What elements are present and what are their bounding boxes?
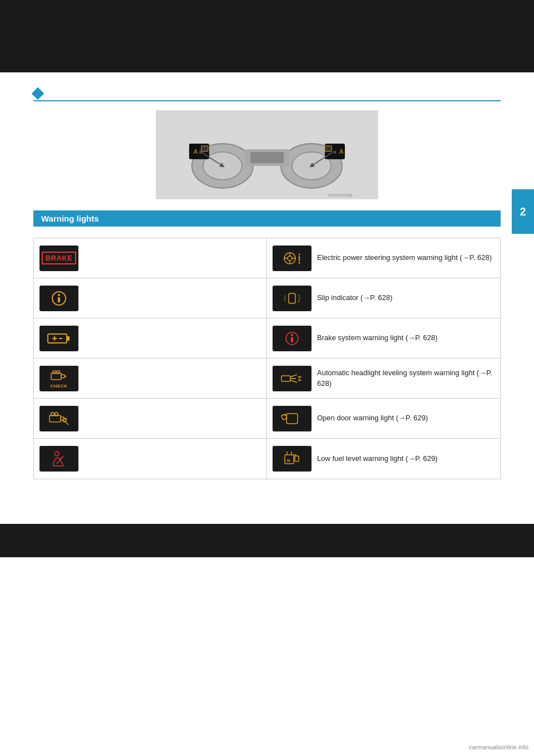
eps-icon [281,250,303,267]
svg-rect-27 [61,375,65,378]
svg-rect-10 [325,146,332,151]
door-icon [281,410,303,427]
dashboard-svg: A II II A IN2IE5C09b [156,110,378,199]
check-wrap: CHECK [49,369,69,389]
warning-row-eps: Electric power steering system warning l… [267,238,500,278]
svg-rect-53 [291,337,293,342]
svg-text:IN2IE5C09b: IN2IE5C09b [328,193,353,198]
circle-i-icon-box [39,286,78,311]
left-col: BRAKE [34,238,267,479]
svg-line-39 [57,456,63,464]
fuel-text: Low fuel level warning light (→P. 629) [317,454,438,464]
engine-icon-box [39,406,78,431]
warning-grid: BRAKE [33,238,501,479]
svg-rect-61 [286,414,298,424]
svg-point-42 [288,256,292,261]
door-icon-box [273,406,312,431]
engine-icon [48,411,70,426]
top-bar [0,0,534,72]
diamond-icon [32,87,44,100]
warning-row-slip: Slip indicator (→P. 628) [267,278,500,318]
check-label: CHECK [51,384,68,389]
person-icon [49,450,69,467]
right-col: Electric power steering system warning l… [267,238,500,479]
check-icon-box: CHECK [39,366,78,391]
svg-line-56 [290,375,297,377]
svg-rect-28 [53,371,56,374]
door-text: Open door warning light (→P. 629) [317,413,428,424]
svg-rect-50 [289,293,295,303]
content-area: A II II A IN2IE5C09b Warning lights [0,72,534,502]
circle-i-icon [49,290,69,307]
warning-lights-label: Warning lights [41,214,99,223]
svg-point-49 [299,262,300,263]
svg-text:A: A [194,148,198,155]
warning-row-headlight: Automatic headlight leveling system warn… [267,359,500,399]
slip-icon [281,290,303,307]
svg-rect-67 [295,456,299,462]
svg-rect-26 [51,373,61,380]
warning-row-engine [34,399,266,439]
warning-row-battery [34,318,266,359]
section-header [33,89,501,101]
svg-rect-14 [250,152,284,163]
eps-text: Electric power steering system warning l… [317,253,492,263]
svg-point-38 [55,451,59,456]
svg-rect-31 [50,415,61,422]
brake-circle-icon [282,330,302,347]
brake-icon-box: BRAKE [39,246,78,271]
dashboard-illustration: A II II A IN2IE5C09b [33,110,501,199]
svg-rect-54 [281,376,290,381]
warning-row-circle-i [34,278,266,318]
warning-row-door: Open door warning light (→P. 629) [267,399,500,439]
svg-text:N: N [287,458,290,463]
battery-icon-box [39,326,78,351]
person-icon-box [39,446,78,472]
battery-icon [47,330,71,347]
headlight-text: Automatic headlight leveling system warn… [317,368,495,389]
check-engine-icon [49,369,69,383]
eps-icon-box [273,246,312,271]
brake-circle-icon-box [273,326,312,351]
svg-rect-8 [201,146,208,151]
svg-point-52 [291,334,293,336]
watermark: carmanualsonline.info [469,744,528,750]
fuel-icon-box: N [273,446,312,472]
headlight-icon [280,370,304,387]
warning-row-fuel: N Low fuel level warning light (→P. 629) [267,439,500,479]
slip-text: Slip indicator (→P. 628) [317,293,393,303]
warning-row-person [34,439,266,479]
warning-lights-header: Warning lights [33,210,501,227]
svg-rect-29 [57,371,60,374]
bottom-bar [0,524,534,557]
svg-rect-22 [67,336,70,341]
fuel-icon: N [281,450,303,467]
warning-row-check: CHECK [34,359,266,399]
svg-point-47 [299,253,300,255]
headlight-icon-box [273,366,312,391]
brake-circle-text: Brake system warning light (→P. 628) [317,333,438,343]
svg-text:A: A [339,148,344,155]
warning-row-brake: BRAKE [34,238,266,278]
svg-point-19 [58,294,60,296]
svg-rect-20 [58,297,60,302]
svg-rect-21 [48,334,67,343]
svg-text:II: II [334,150,336,155]
brake-icon: BRAKE [42,252,77,264]
slip-icon-box [273,286,312,311]
warning-row-brake-circle: Brake system warning light (→P. 628) [267,318,500,359]
svg-line-57 [290,380,297,382]
